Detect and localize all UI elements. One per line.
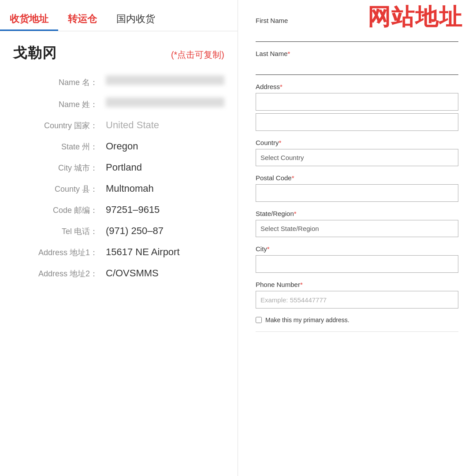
value-city: Portland [106,162,224,173]
tab-domestic-label: 国内收货 [116,13,155,24]
info-row-address2: Address 地址2： C/OVSMMS [13,268,224,279]
primary-address-checkbox-label: Make this my primary address. [265,316,350,324]
state-region-label: State/Region* [256,210,458,217]
value-address1: 15617 NE Airport [106,246,224,258]
copy-hint[interactable]: (*点击可复制) [171,49,224,61]
info-row-zipcode: Code 邮编： 97251–9615 [13,204,224,216]
label-name-last: Name 姓： [13,99,106,110]
tab-warehouse-address-label: 收货地址 [10,13,48,24]
primary-address-checkbox[interactable] [256,317,262,323]
label-country: Country 国家： [13,120,106,131]
form-group-phone: Phone Number* [256,281,458,309]
primary-address-checkbox-row: Make this my primary address. [256,316,458,324]
address-line2-input[interactable] [256,113,458,131]
country-label: Country* [256,139,458,146]
postal-code-label: Postal Code* [256,174,458,182]
address-label: Address* [256,83,458,90]
state-region-select[interactable]: Select State/Region Oregon California Ne… [256,220,458,237]
info-row-address1: Address 地址1： 15617 NE Airport [13,246,224,258]
info-row-state: State 州： Oregon [13,141,224,152]
form-group-address: Address* [256,83,458,131]
tab-forwarding-label: 转运仓 [68,13,97,24]
label-address2: Address 地址2： [13,268,106,279]
label-city: City 城市： [13,163,106,173]
tab-warehouse-address[interactable]: 收货地址 [0,8,58,31]
value-state: Oregon [106,141,224,152]
label-state: State 州： [13,141,106,152]
label-name-first: Name 名： [13,77,106,88]
address-title-row: 戈勒冈 (*点击可复制) [13,44,224,63]
tab-domestic[interactable]: 国内收货 [107,8,165,31]
phone-label: Phone Number* [256,281,458,288]
tab-forwarding[interactable]: 转运仓 [58,8,107,31]
form-group-postal-code: Postal Code* [256,174,458,202]
info-row-city: City 城市： Portland [13,162,224,173]
label-zipcode: Code 邮编： [13,205,106,216]
right-panel: 网站地址 First Name Last Name* Address* Coun… [238,0,476,476]
value-name-first [106,75,224,85]
phone-input[interactable] [256,291,458,309]
info-row-country: Country 国家： United State [13,119,224,131]
form-group-country: Country* Select Country United States Ch… [256,139,458,166]
form-group-state-region: State/Region* Select State/Region Oregon… [256,210,458,237]
value-county: Multnomah [106,183,224,194]
address-line1-input[interactable] [256,93,458,111]
form-group-city: City* [256,245,458,273]
value-phone: (971) 250–87 [106,225,224,237]
info-row-first-name: Name 名： [13,75,224,88]
left-panel: 收货地址 转运仓 国内收货 戈勒冈 (*点击可复制) Name 名： Name … [0,0,238,476]
info-row-last-name: Name 姓： [13,97,224,110]
postal-code-input[interactable] [256,184,458,202]
last-name-label: Last Name* [256,50,458,57]
city-input[interactable] [256,255,458,273]
value-address2: C/OVSMMS [106,268,224,279]
label-county: County 县： [13,184,106,194]
tabs-row: 收货地址 转运仓 国内收货 [0,0,238,31]
address-section: 戈勒冈 (*点击可复制) Name 名： Name 姓： Country 国家：… [0,31,238,279]
info-row-county: County 县： Multnomah [13,183,224,194]
city-label: City* [256,245,458,253]
country-select[interactable]: Select Country United States China Canad… [256,149,458,166]
value-name-last [106,97,224,107]
brand-title: 网站地址 [368,2,463,33]
label-address1: Address 地址1： [13,247,106,258]
address-title: 戈勒冈 [13,44,57,63]
info-row-phone: Tel 电话： (971) 250–87 [13,225,224,237]
label-phone: Tel 电话： [13,226,106,237]
value-country: United State [106,119,224,131]
value-zipcode: 97251–9615 [106,204,224,216]
bottom-divider [256,331,458,332]
form-group-last-name: Last Name* [256,50,458,75]
last-name-input[interactable] [256,60,458,75]
